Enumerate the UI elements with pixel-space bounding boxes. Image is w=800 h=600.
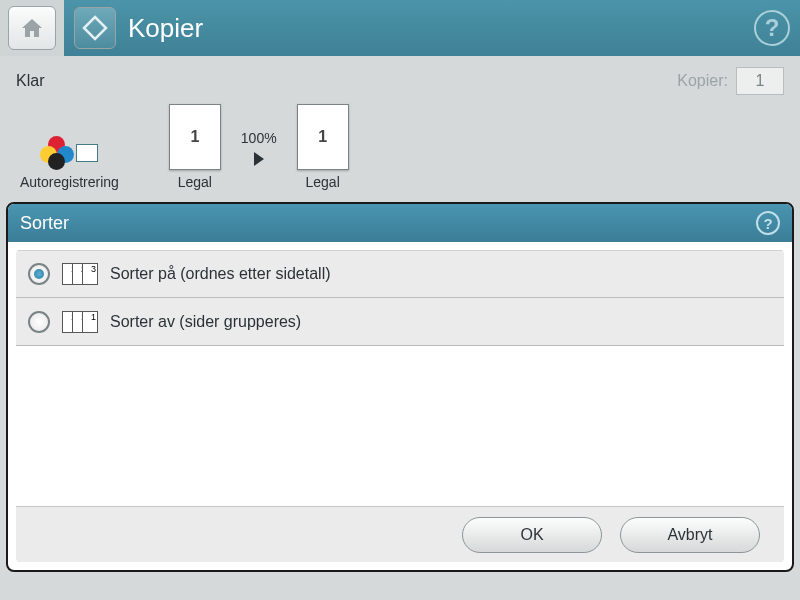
dialog-help-button[interactable]: ? — [756, 211, 780, 235]
home-icon — [19, 16, 45, 40]
help-icon: ? — [763, 215, 772, 232]
collate-on-option[interactable]: 1 2 3 Sorter på (ordnes etter sidetall) — [16, 250, 784, 298]
collate-off-label: Sorter av (sider grupperes) — [110, 313, 301, 331]
collate-off-option[interactable]: 1 1 1 Sorter av (sider grupperes) — [16, 298, 784, 346]
copies-label: Kopier: — [677, 72, 728, 90]
status-text: Klar — [16, 72, 44, 90]
source-page-number: 1 — [190, 128, 199, 146]
collate-on-label: Sorter på (ordnes etter sidetall) — [110, 265, 331, 283]
collate-off-icon: 1 1 1 — [62, 311, 98, 333]
source-size-label: Legal — [178, 174, 212, 190]
home-button[interactable] — [8, 6, 56, 50]
help-button[interactable]: ? — [754, 10, 790, 46]
cancel-button[interactable]: Avbryt — [620, 517, 760, 553]
radio-button[interactable] — [28, 263, 50, 285]
start-copy-button[interactable] — [74, 7, 116, 49]
ok-button[interactable]: OK — [462, 517, 602, 553]
dest-page-number: 1 — [318, 128, 327, 146]
copies-field[interactable]: 1 — [736, 67, 784, 95]
dialog-empty-area — [16, 346, 784, 498]
collate-dialog: Sorter ? 1 2 3 Sorter på (ordnes etter s… — [6, 202, 794, 572]
dest-size-label: Legal — [306, 174, 340, 190]
collate-on-icon: 1 2 3 — [62, 263, 98, 285]
diamond-start-icon — [82, 15, 108, 41]
page-title: Kopier — [128, 13, 203, 44]
arrow-right-icon — [254, 152, 264, 166]
radio-button[interactable] — [28, 311, 50, 333]
auto-detect-label: Autoregistrering — [20, 174, 119, 190]
color-mode-icon — [40, 136, 98, 170]
help-icon: ? — [765, 14, 780, 42]
dest-page-preview: 1 — [297, 104, 349, 170]
source-page-preview: 1 — [169, 104, 221, 170]
dialog-title: Sorter — [20, 213, 69, 234]
zoom-level: 100% — [241, 130, 277, 146]
